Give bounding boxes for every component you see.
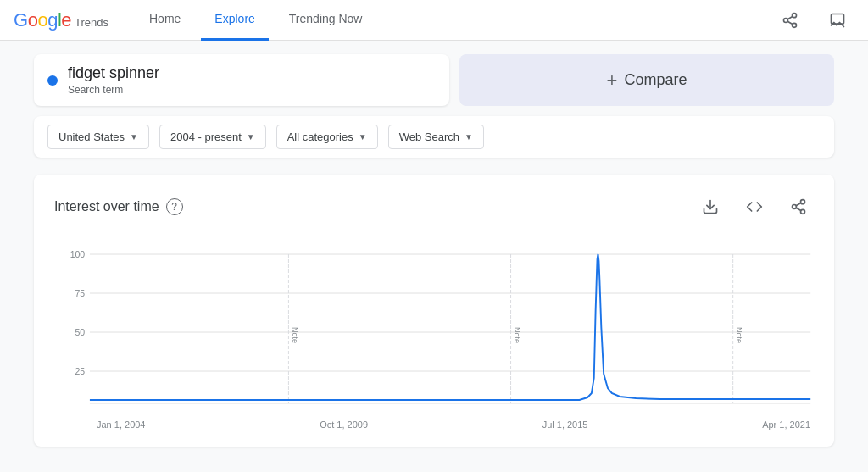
search-text-block: fidget spinner Search term — [68, 64, 159, 96]
filter-row: United States ▼ 2004 - present ▼ All cat… — [34, 116, 834, 158]
chart-actions — [695, 192, 814, 222]
chart-title: Interest over time — [54, 199, 159, 214]
search-type-label: Web Search — [399, 130, 459, 143]
chart-container: 100 75 50 25 Note Note Note — [54, 242, 814, 414]
time-filter[interactable]: 2004 - present ▼ — [159, 125, 266, 149]
category-label: All categories — [287, 130, 353, 143]
region-label: United States — [58, 130, 125, 143]
x-label-2015: Jul 1, 2015 — [542, 419, 588, 430]
search-type: Search term — [68, 84, 159, 96]
help-label: ? — [171, 201, 177, 213]
trend-line — [90, 254, 810, 400]
chevron-down-icon: ▼ — [247, 132, 255, 142]
svg-line-11 — [796, 203, 801, 205]
chevron-down-icon: ▼ — [465, 132, 473, 142]
header-actions — [773, 3, 854, 37]
nav-explore[interactable]: Explore — [201, 0, 268, 41]
x-label-2009: Oct 1, 2009 — [320, 419, 368, 430]
chart-section: Interest over time ? — [34, 175, 834, 447]
x-label-2004: Jan 1, 2004 — [97, 419, 146, 430]
main-nav: Home Explore Trending Now — [136, 0, 773, 41]
embed-icon — [746, 198, 763, 215]
share-icon — [782, 12, 798, 29]
compare-plus-icon: + — [607, 69, 618, 92]
chart-header: Interest over time ? — [54, 192, 814, 222]
x-axis-labels: Jan 1, 2004 Oct 1, 2009 Jul 1, 2015 Apr … — [54, 414, 814, 430]
app-header: Google Trends Home Explore Trending Now — [0, 0, 868, 41]
time-label: 2004 - present — [170, 130, 242, 143]
nav-home[interactable]: Home — [136, 0, 194, 41]
download-icon — [702, 198, 719, 215]
svg-line-4 — [787, 16, 793, 19]
main-content: fidget spinner Search term + Compare Uni… — [0, 54, 868, 447]
share-chart-button[interactable] — [783, 192, 814, 222]
svg-text:25: 25 — [75, 366, 86, 376]
svg-text:Note: Note — [735, 327, 743, 343]
feedback-icon — [829, 12, 846, 29]
region-filter[interactable]: United States ▼ — [47, 125, 149, 149]
logo: Google Trends — [14, 9, 108, 31]
chevron-down-icon: ▼ — [130, 132, 138, 142]
compare-label: Compare — [624, 71, 687, 89]
trends-wordmark: Trends — [75, 16, 108, 29]
share-button[interactable] — [773, 3, 807, 37]
svg-text:75: 75 — [75, 288, 86, 298]
search-term: fidget spinner — [68, 64, 159, 82]
nav-trending[interactable]: Trending Now — [275, 0, 376, 41]
svg-line-3 — [787, 21, 793, 24]
search-dot — [47, 75, 58, 86]
interest-chart: 100 75 50 25 Note Note Note — [54, 242, 814, 412]
google-wordmark: Google — [14, 9, 71, 31]
x-label-2021: Apr 1, 2021 — [762, 419, 810, 430]
chevron-down-icon: ▼ — [359, 132, 367, 142]
search-type-filter[interactable]: Web Search ▼ — [388, 125, 484, 149]
feedback-button[interactable] — [821, 3, 854, 37]
svg-text:100: 100 — [70, 249, 86, 259]
search-box: fidget spinner Search term — [34, 54, 449, 106]
svg-text:50: 50 — [75, 327, 86, 337]
share-chart-icon — [790, 198, 807, 215]
compare-box[interactable]: + Compare — [459, 54, 834, 106]
svg-line-10 — [796, 208, 801, 210]
svg-text:Note: Note — [513, 327, 521, 343]
category-filter[interactable]: All categories ▼ — [276, 125, 378, 149]
help-icon[interactable]: ? — [166, 198, 183, 215]
download-button[interactable] — [695, 192, 726, 222]
chart-title-row: Interest over time ? — [54, 198, 183, 215]
search-section: fidget spinner Search term + Compare — [34, 54, 834, 106]
embed-button[interactable] — [739, 192, 770, 222]
svg-text:Note: Note — [291, 327, 299, 343]
